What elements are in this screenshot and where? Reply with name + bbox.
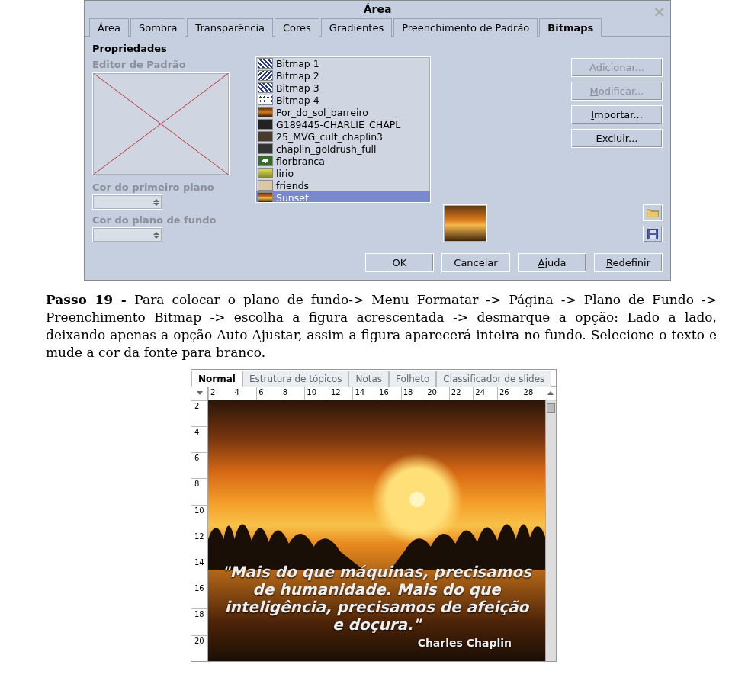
ruler-tick: 18	[401, 387, 425, 400]
step-body: Para colocar o plano de fundo-> Menu For…	[46, 292, 717, 360]
ruler-tick: 12	[191, 531, 207, 557]
bitmap-item[interactable]: Bitmap 4	[256, 94, 430, 106]
dialog-tabs: ÁreaSombraTransparênciaCoresGradientesPr…	[85, 18, 670, 37]
quote-text: "Mais do que máquinas, precisamos de hum…	[222, 563, 531, 634]
vertical-scrollbar[interactable]	[545, 400, 556, 661]
step-description: Passo 19 - Para colocar o plano de fundo…	[0, 288, 732, 366]
bitmap-label: Bitmap 4	[276, 95, 319, 106]
dialog-footer: OK Cancelar Ajuda Redefinir	[85, 247, 670, 280]
bitmap-label: florbranca	[276, 156, 325, 167]
chevron-down-icon	[197, 391, 203, 395]
bitmap-thumb	[258, 192, 273, 203]
dialog-titlebar[interactable]: Área ×	[85, 1, 670, 18]
ruler-tick: 16	[191, 583, 207, 608]
ruler-corner[interactable]	[191, 387, 208, 400]
bitmap-item[interactable]: chaplin_goldrush_full	[256, 143, 430, 155]
slide-quote: "Mais do que máquinas, precisamos de hum…	[208, 564, 545, 649]
ruler-tick: 24	[473, 387, 497, 400]
open-palette-button[interactable]	[643, 204, 663, 221]
bg-color-input	[92, 227, 162, 242]
save-palette-button[interactable]	[643, 226, 663, 242]
vertical-ruler: 2468101214161820	[191, 400, 208, 661]
bitmap-label: Por_do_sol_barreiro	[276, 107, 368, 118]
impress-window: NormalEstrutura de tópicosNotasFolhetoCl…	[191, 369, 557, 662]
bitmap-label: Sunset	[276, 192, 309, 204]
impress-tab-folheto[interactable]: Folheto	[389, 371, 436, 387]
import-button[interactable]: Importar...	[571, 105, 663, 124]
ruler-tick: 12	[329, 387, 353, 400]
ruler-tick: 6	[256, 387, 281, 400]
help-button[interactable]: Ajuda	[518, 253, 586, 272]
bitmap-item[interactable]: Bitmap 3	[256, 82, 430, 94]
slide-background: "Mais do que máquinas, precisamos de hum…	[208, 400, 545, 661]
ruler-tick: 28	[522, 387, 546, 400]
cancel-button[interactable]: Cancelar	[441, 253, 510, 272]
modify-button: Modificar...	[571, 82, 663, 101]
bitmap-item[interactable]: Bitmap 1	[256, 57, 430, 69]
ruler-tick: 4	[233, 387, 257, 400]
bg-color-label: Cor do plano de fundo	[92, 214, 245, 226]
bitmap-item[interactable]: G189445-CHARLIE_CHAPL	[256, 118, 430, 130]
impress-tab-classificador-de-slides[interactable]: Classificador de slides	[436, 371, 551, 387]
tab-transpar-ncia[interactable]: Transparência	[187, 18, 273, 37]
bitmap-item[interactable]: Bitmap 2	[256, 69, 430, 82]
tab-preenchimento-de-padr-o[interactable]: Preenchimento de Padrão	[393, 18, 538, 37]
bitmap-label: chaplin_goldrush_full	[276, 143, 377, 155]
bitmap-item[interactable]: Sunset	[256, 191, 430, 203]
bitmap-label: lirio	[276, 168, 294, 179]
tab--rea[interactable]: Área	[89, 18, 129, 37]
bitmap-list[interactable]: Bitmap 1Bitmap 2Bitmap 3Bitmap 4Por_do_s…	[255, 56, 431, 203]
pattern-editor	[92, 72, 230, 175]
scrollbar-thumb[interactable]	[547, 403, 555, 413]
bitmap-thumb	[258, 156, 273, 166]
bitmap-label: Bitmap 3	[276, 82, 319, 94]
bitmap-item[interactable]: 25_MVG_cult_chaplin3	[256, 130, 430, 143]
tab-bitmaps[interactable]: Bitmaps	[539, 18, 602, 37]
ruler-tick: 18	[191, 608, 207, 634]
svg-rect-3	[650, 230, 656, 233]
bitmap-thumb	[258, 168, 273, 178]
bitmap-preview	[443, 204, 487, 242]
ok-button[interactable]: OK	[365, 253, 434, 272]
bitmap-item[interactable]: Por_do_sol_barreiro	[256, 106, 430, 118]
ruler-tick: 6	[191, 452, 207, 478]
fg-color-label: Cor do primeiro plano	[92, 181, 245, 193]
ruler-tick: 16	[377, 387, 401, 400]
bitmap-label: 25_MVG_cult_chaplin3	[276, 131, 383, 143]
ruler-tick: 2	[208, 387, 233, 400]
bitmap-item[interactable]: florbranca	[256, 155, 430, 167]
trees-left	[208, 509, 363, 570]
tab-gradientes[interactable]: Gradientes	[321, 18, 392, 37]
tab-cores[interactable]: Cores	[274, 18, 319, 37]
scroll-up-icon[interactable]	[547, 391, 554, 395]
ruler-tick: 22	[449, 387, 474, 400]
bitmap-item[interactable]: friends	[256, 179, 430, 191]
bitmap-thumb	[258, 70, 273, 81]
close-icon[interactable]: ×	[653, 2, 666, 21]
impress-tab-notas[interactable]: Notas	[348, 371, 389, 387]
ruler-tick: 14	[191, 557, 207, 583]
ruler-tick: 4	[191, 426, 207, 452]
slide-area[interactable]: "Mais do que máquinas, precisamos de hum…	[208, 400, 545, 661]
bitmap-thumb	[258, 143, 273, 154]
impress-tab-estrutura-de-t-picos[interactable]: Estrutura de tópicos	[242, 371, 349, 387]
bitmap-thumb	[258, 82, 273, 93]
bitmap-thumb	[258, 95, 273, 105]
ruler-tick: 20	[425, 387, 449, 400]
bitmap-label: friends	[276, 180, 309, 191]
impress-tab-normal[interactable]: Normal	[191, 371, 242, 387]
ruler-tick: 10	[191, 505, 207, 531]
ruler-tick: 2	[191, 400, 207, 426]
ruler-tick: 20	[191, 635, 207, 661]
bitmap-thumb	[258, 180, 273, 191]
props-label: Propriedades	[92, 43, 245, 54]
bitmap-thumb	[258, 58, 273, 69]
bitmap-label: G189445-CHARLIE_CHAPL	[276, 119, 400, 130]
ruler-tick: 8	[191, 478, 207, 504]
tab-sombra[interactable]: Sombra	[130, 18, 185, 37]
bitmap-thumb	[258, 131, 273, 142]
reset-button[interactable]: Redefinir	[594, 253, 663, 272]
ruler-tick: 8	[281, 387, 305, 400]
bitmap-item[interactable]: lirio	[256, 167, 430, 179]
delete-button[interactable]: Excluir...	[571, 129, 663, 148]
